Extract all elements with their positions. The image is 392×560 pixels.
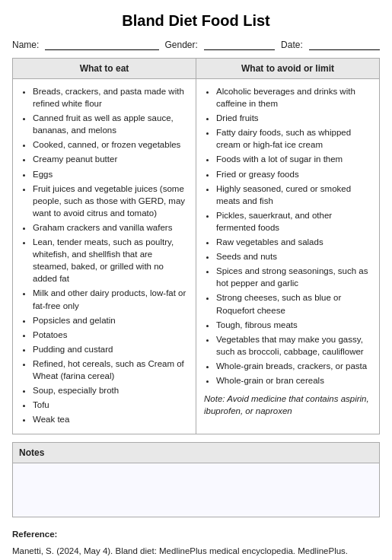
page-title: Bland Diet Food List — [12, 12, 380, 30]
date-field[interactable] — [309, 39, 380, 50]
form-row: Name: Gender: Date: — [12, 39, 380, 50]
gender-label: Gender: — [165, 40, 198, 50]
notes-section: Notes — [12, 442, 380, 517]
list-item: Canned fruit as well as apple sauce, ban… — [33, 112, 188, 136]
list-item: Cooked, canned, or frozen vegetables — [33, 138, 188, 151]
list-item: Breads, crackers, and pasta made with re… — [33, 85, 188, 110]
list-item: Dried fruits — [216, 112, 371, 124]
list-item: Tough, fibrous meats — [216, 319, 371, 331]
list-item: Soup, especially broth — [33, 384, 188, 396]
name-label: Name: — [12, 40, 39, 50]
avoid-column: Alcoholic beverages and drinks with caff… — [196, 79, 380, 434]
list-item: Seeds and nuts — [216, 250, 371, 262]
list-item: Fatty dairy foods, such as whipped cream… — [216, 126, 371, 151]
list-item: Refined, hot cereals, such as Cream of W… — [33, 358, 188, 382]
list-item: Milk and other dairy products, low-fat o… — [33, 287, 188, 311]
date-label: Date: — [281, 40, 303, 50]
col1-header: What to eat — [13, 59, 196, 79]
list-item: Foods with a lot of sugar in them — [216, 153, 371, 165]
list-item: Tofu — [33, 399, 188, 411]
notes-header: Notes — [13, 443, 379, 463]
col2-header: What to avoid or limit — [196, 59, 380, 79]
reference-citation-text: Manetti, S. (2024, May 4). Bland diet: M… — [12, 546, 348, 555]
list-item: Whole-grain breads, crackers, or pasta — [216, 360, 371, 372]
list-item: Fried or greasy foods — [216, 168, 371, 180]
list-item: Eggs — [33, 168, 188, 180]
list-item: Highly seasoned, cured or smoked meats a… — [216, 183, 371, 207]
notes-body[interactable] — [13, 463, 379, 517]
list-item: Popsicles and gelatin — [33, 314, 188, 326]
list-item: Strong cheeses, such as blue or Roquefor… — [216, 291, 371, 316]
list-item: Fruit juices and vegetable juices (some … — [33, 183, 188, 219]
name-field[interactable] — [45, 39, 158, 50]
avoid-list: Alcoholic beverages and drinks with caff… — [204, 85, 371, 387]
list-item: Lean, tender meats, such as poultry, whi… — [33, 236, 188, 285]
food-table: What to eat What to avoid or limit Bread… — [12, 58, 380, 434]
avoid-note: Note: Avoid medicine that contains aspir… — [204, 393, 371, 417]
list-item: Potatoes — [33, 329, 188, 341]
gender-field[interactable] — [204, 39, 275, 50]
list-item: Spices and strong seasonings, such as ho… — [216, 265, 371, 289]
list-item: Vegetables that may make you gassy, such… — [216, 333, 371, 358]
list-item: Pickles, sauerkraut, and other fermented… — [216, 209, 371, 234]
list-item: Weak tea — [33, 413, 188, 425]
list-item: Raw vegetables and salads — [216, 236, 371, 248]
list-item: Pudding and custard — [33, 343, 188, 355]
eat-list: Breads, crackers, and pasta made with re… — [21, 85, 188, 425]
list-item: Alcoholic beverages and drinks with caff… — [216, 85, 371, 110]
reference-section: Reference: Manetti, S. (2024, May 4). Bl… — [12, 528, 380, 560]
list-item: Graham crackers and vanilla wafers — [33, 221, 188, 234]
list-item: Whole-grain or bran cereals — [216, 374, 371, 387]
list-item: Creamy peanut butter — [33, 153, 188, 165]
reference-label: Reference: — [12, 528, 380, 541]
reference-citation: Manetti, S. (2024, May 4). Bland diet: M… — [12, 545, 380, 560]
eat-column: Breads, crackers, and pasta made with re… — [13, 79, 196, 434]
